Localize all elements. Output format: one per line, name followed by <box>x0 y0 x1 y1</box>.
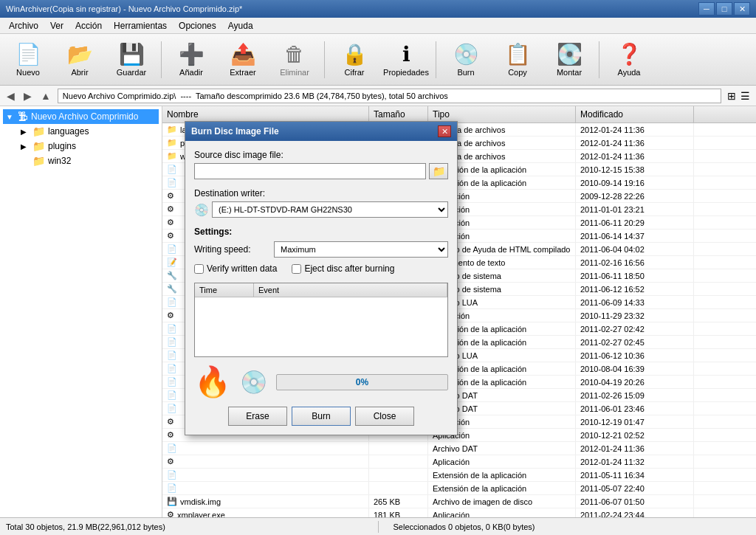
eject-label: Eject disc after burning <box>304 263 394 274</box>
tree-item-languages[interactable]: ▶ 📁 languages <box>18 124 159 139</box>
tree-icon-languages: 📁 <box>32 125 45 137</box>
minimize-button[interactable]: ─ <box>698 2 715 15</box>
guardar-label: Guardar <box>117 68 146 77</box>
propiedades-button[interactable]: ℹ Propiedades <box>381 37 431 83</box>
drive-icon: 💿 <box>194 203 209 217</box>
eject-checkbox[interactable] <box>292 264 301 274</box>
close-dialog-button[interactable]: Close <box>355 407 414 426</box>
burn-disc-button[interactable]: Burn <box>292 407 351 426</box>
menu-opciones[interactable]: Opciones <box>173 19 222 32</box>
menu-herramientas[interactable]: Herramientas <box>108 19 173 32</box>
montar-icon: 💽 <box>557 42 583 66</box>
anadir-button[interactable]: ➕ Añadir <box>166 37 216 83</box>
maximize-button[interactable]: □ <box>716 2 732 15</box>
burn-dialog: Burn Disc Image File ✕ Source disc image… <box>185 121 458 435</box>
back-button[interactable]: ◀ <box>4 90 17 102</box>
extraer-button[interactable]: 📤 Extraer <box>218 37 268 83</box>
view-icon-1[interactable]: ⊞ <box>726 89 738 103</box>
anadir-label: Añadir <box>179 68 203 77</box>
dialog-title-text: Burn Disc Image File <box>191 126 279 137</box>
status-bar: Total 30 objetos, 21.9 MB(22,961,012 byt… <box>0 517 756 535</box>
menu-archivo[interactable]: Archivo <box>3 19 44 32</box>
forward-button[interactable]: ▶ <box>21 90 34 102</box>
source-label: Source disc image file: <box>194 150 448 160</box>
status-right: Seleccionados 0 objetos, 0 KB(0 bytes) <box>394 522 751 531</box>
settings-label: Settings: <box>194 227 448 237</box>
eliminar-icon: 🗑 <box>284 42 305 66</box>
burn-area: 🔥 💿 0% <box>194 365 448 399</box>
menu-bar: Archivo Ver Acción Herramientas Opciones… <box>0 18 756 34</box>
tree-item-win32[interactable]: 📁 win32 <box>18 153 159 168</box>
cifrar-button[interactable]: 🔒 Cifrar <box>329 37 379 83</box>
menu-accion[interactable]: Acción <box>69 19 108 32</box>
eliminar-label: Eliminar <box>280 68 309 77</box>
close-button[interactable]: ✕ <box>734 2 750 15</box>
eject-checkbox-label[interactable]: Eject disc after burning <box>292 263 394 274</box>
tree-expand-plugins[interactable]: ▶ <box>21 142 32 151</box>
burn-button[interactable]: 💿 Burn <box>441 37 491 83</box>
progress-text: 0% <box>356 377 368 387</box>
tree-item-root[interactable]: ▼ 🗜 Nuevo Archivo Comprimido <box>3 109 159 124</box>
montar-button[interactable]: 💽 Montar <box>544 37 594 83</box>
ayuda-icon: ❓ <box>616 42 642 66</box>
menu-ayuda[interactable]: Ayuda <box>222 19 259 32</box>
tree-icon-root: 🗜 <box>18 111 28 122</box>
speed-select[interactable]: Maximum <box>274 241 448 258</box>
dialog-close-button[interactable]: ✕ <box>438 125 451 137</box>
erase-button[interactable]: Erase <box>228 407 287 426</box>
abrir-button[interactable]: 📂 Abrir <box>55 37 105 83</box>
dialog-overlay: Burn Disc Image File ✕ Source disc image… <box>162 106 756 517</box>
guardar-icon: 💾 <box>119 42 145 66</box>
checkbox-row: Verify written data Eject disc after bur… <box>194 263 448 274</box>
view-icon-2[interactable]: ☰ <box>739 89 752 103</box>
dialog-buttons: Erase Burn Close <box>194 407 448 426</box>
browse-button[interactable]: 📁 <box>429 163 448 179</box>
copy-button[interactable]: 📋 Copy <box>492 37 543 83</box>
tree-label-languages: languages <box>48 126 89 137</box>
source-input-row: 📁 <box>194 163 448 179</box>
nuevo-icon: 📄 <box>16 42 41 66</box>
address-bar: ◀ ▶ ▲ ⊞ ☰ <box>0 86 756 106</box>
log-area: Time Event <box>194 283 448 357</box>
tree-expand-languages[interactable]: ▶ <box>21 128 32 136</box>
log-col-event: Event <box>254 283 447 297</box>
log-body <box>195 297 447 356</box>
verify-checkbox[interactable] <box>194 264 204 274</box>
verify-checkbox-label[interactable]: Verify written data <box>194 263 277 274</box>
status-left: Total 30 objetos, 21.9 MB(22,961,012 byt… <box>6 522 363 531</box>
toolbar-separator-2 <box>324 41 325 78</box>
source-input[interactable] <box>194 163 426 179</box>
toolbar: 📄 Nuevo 📂 Abrir 💾 Guardar ➕ Añadir 📤 Ext… <box>0 34 756 86</box>
toolbar-separator-4 <box>599 41 599 78</box>
tree-label-plugins: plugins <box>48 141 76 151</box>
tree-children-root: ▶ 📁 languages ▶ 📁 plugins 📁 win32 <box>3 124 159 168</box>
nuevo-label: Nuevo <box>16 68 40 77</box>
main-layout: ▼ 🗜 Nuevo Archivo Comprimido ▶ 📁 languag… <box>0 106 756 517</box>
propiedades-label: Propiedades <box>383 68 429 77</box>
verify-label: Verify written data <box>207 263 277 274</box>
cifrar-icon: 🔒 <box>342 42 368 66</box>
burn-icon: 💿 <box>453 42 479 66</box>
ayuda-button[interactable]: ❓ Ayuda <box>604 37 654 83</box>
montar-label: Montar <box>557 68 582 77</box>
left-panel: ▼ 🗜 Nuevo Archivo Comprimido ▶ 📁 languag… <box>0 106 162 517</box>
right-panel: Nombre Tamaño Tipo Modificado 📁 language… <box>162 106 756 517</box>
propiedades-icon: ℹ <box>402 42 410 66</box>
address-input[interactable] <box>58 89 721 103</box>
title-bar-buttons: ─ □ ✕ <box>698 2 750 15</box>
nuevo-button[interactable]: 📄 Nuevo <box>3 37 53 83</box>
abrir-label: Abrir <box>71 68 88 77</box>
menu-ver[interactable]: Ver <box>44 19 69 32</box>
dest-select[interactable]: (E:) HL-DT-STDVD-RAM GH22NS30 <box>212 201 448 218</box>
copy-icon: 📋 <box>505 42 531 66</box>
up-button[interactable]: ▲ <box>38 90 53 102</box>
abrir-icon: 📂 <box>67 42 93 66</box>
eliminar-button[interactable]: 🗑 Eliminar <box>269 37 320 83</box>
dialog-title-bar: Burn Disc Image File ✕ <box>185 122 457 141</box>
tree-expand-root[interactable]: ▼ <box>6 113 18 121</box>
ayuda-label: Ayuda <box>618 68 641 77</box>
anadir-icon: ➕ <box>179 42 205 66</box>
log-col-time: Time <box>195 283 254 297</box>
tree-item-plugins[interactable]: ▶ 📁 plugins <box>18 139 159 153</box>
guardar-button[interactable]: 💾 Guardar <box>106 37 157 83</box>
